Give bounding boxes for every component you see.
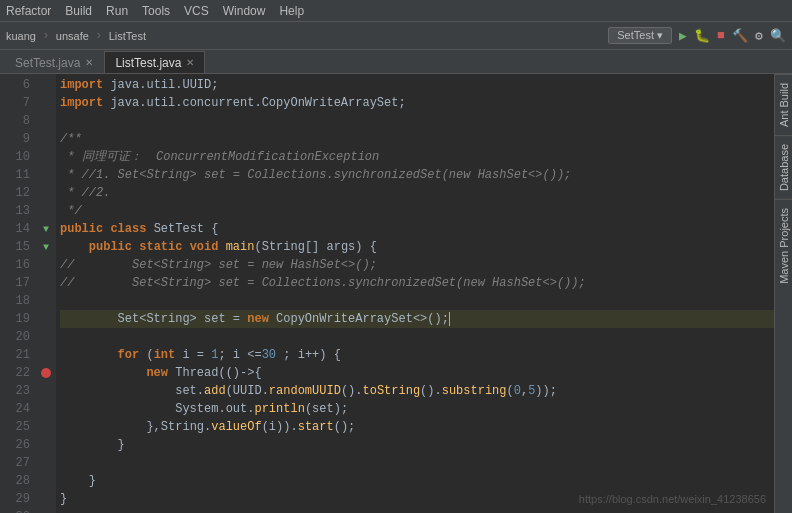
gutter-13 <box>36 202 56 220</box>
gutter-22 <box>36 364 56 382</box>
gutter-29 <box>36 490 56 508</box>
gutter: ▼ ▼ <box>36 74 56 513</box>
gutter-20 <box>36 328 56 346</box>
tab-settest-label: SetTest.java <box>15 56 80 70</box>
gutter-30 <box>36 508 56 513</box>
breadcrumb-unsafe: unsafe <box>56 30 89 42</box>
code-line-17: // Set<String> set = Collections.synchro… <box>60 274 774 292</box>
code-line-21: for (int i = 1; i <=30 ; i++) { <box>60 346 774 364</box>
gutter-10 <box>36 148 56 166</box>
right-panels: Ant Build Database Maven Projects <box>774 74 792 513</box>
breakpoint-22[interactable] <box>41 368 51 378</box>
run-config-button[interactable]: SetTest ▾ <box>608 27 672 44</box>
tab-bar: SetTest.java ✕ ListTest.java ✕ <box>0 50 792 74</box>
gutter-25 <box>36 418 56 436</box>
menu-tools[interactable]: Tools <box>142 4 170 18</box>
code-line-27 <box>60 454 774 472</box>
build-button[interactable]: 🔨 <box>732 28 748 44</box>
gutter-28 <box>36 472 56 490</box>
tab-listtest-label: ListTest.java <box>115 56 181 70</box>
search-button[interactable]: 🔍 <box>770 28 786 44</box>
settings-button[interactable]: ⚙ <box>751 28 767 44</box>
code-line-14: public class SetTest { <box>60 220 774 238</box>
code-line-9: /** <box>60 130 774 148</box>
run-button[interactable]: ▶ <box>675 28 691 44</box>
code-line-13: */ <box>60 202 774 220</box>
debug-button[interactable]: 🐛 <box>694 28 710 44</box>
code-line-20 <box>60 328 774 346</box>
gutter-23 <box>36 382 56 400</box>
gutter-9 <box>36 130 56 148</box>
gutter-14[interactable]: ▼ <box>36 220 56 238</box>
gutter-26 <box>36 436 56 454</box>
gutter-16 <box>36 256 56 274</box>
code-line-24: System.out.println(set); <box>60 400 774 418</box>
database-panel[interactable]: Database <box>775 135 792 199</box>
code-line-18 <box>60 292 774 310</box>
code-line-8 <box>60 112 774 130</box>
fold-arrow-15[interactable]: ▼ <box>43 242 49 253</box>
breadcrumb-listtest: ListTest <box>109 30 146 42</box>
code-line-26: } <box>60 436 774 454</box>
code-line-25: },String.valueOf(i)).start(); <box>60 418 774 436</box>
code-line-28: } <box>60 472 774 490</box>
run-controls: SetTest ▾ ▶ 🐛 ■ 🔨 ⚙ 🔍 <box>608 27 786 44</box>
toolbar: kuang › unsafe › ListTest SetTest ▾ ▶ 🐛 … <box>0 22 792 50</box>
line-numbers: 6 7 8 9 10 11 12 13 14 15 16 17 18 19 20… <box>0 74 36 513</box>
gutter-19 <box>36 310 56 328</box>
code-line-19: Set<String> set = new CopyOnWriteArraySe… <box>60 310 774 328</box>
main-area: 6 7 8 9 10 11 12 13 14 15 16 17 18 19 20… <box>0 74 792 513</box>
code-line-15: public static void main(String[] args) { <box>60 238 774 256</box>
gutter-7 <box>36 94 56 112</box>
gutter-24 <box>36 400 56 418</box>
gutter-27 <box>36 454 56 472</box>
gutter-12 <box>36 184 56 202</box>
code-line-30 <box>60 508 774 513</box>
tab-listtest[interactable]: ListTest.java ✕ <box>104 51 205 73</box>
gutter-11 <box>36 166 56 184</box>
gutter-15[interactable]: ▼ <box>36 238 56 256</box>
code-line-22: new Thread(()->{ <box>60 364 774 382</box>
gutter-17 <box>36 274 56 292</box>
code-line-12: * //2. <box>60 184 774 202</box>
code-line-10: * 同理可证： ConcurrentModificationException <box>60 148 774 166</box>
breadcrumb-kuang: kuang <box>6 30 36 42</box>
menu-window[interactable]: Window <box>223 4 266 18</box>
ant-build-panel[interactable]: Ant Build <box>775 74 792 135</box>
code-line-23: set.add(UUID.randomUUID().toString().sub… <box>60 382 774 400</box>
menu-vcs[interactable]: VCS <box>184 4 209 18</box>
stop-button[interactable]: ■ <box>713 28 729 44</box>
maven-projects-panel[interactable]: Maven Projects <box>775 199 792 292</box>
menu-help[interactable]: Help <box>279 4 304 18</box>
gutter-8 <box>36 112 56 130</box>
watermark: https://blog.csdn.net/weixin_41238656 <box>579 493 766 505</box>
code-line-16: // Set<String> set = new HashSet<>(); <box>60 256 774 274</box>
code-area[interactable]: import java.util.UUID; import java.util.… <box>56 74 774 513</box>
code-line-7: import java.util.concurrent.CopyOnWriteA… <box>60 94 774 112</box>
menu-run[interactable]: Run <box>106 4 128 18</box>
gutter-21 <box>36 346 56 364</box>
code-line-11: * //1. Set<String> set = Collections.syn… <box>60 166 774 184</box>
menu-bar: Refactor Build Run Tools VCS Window Help <box>0 0 792 22</box>
menu-refactor[interactable]: Refactor <box>6 4 51 18</box>
fold-arrow-14[interactable]: ▼ <box>43 224 49 235</box>
tab-listtest-close[interactable]: ✕ <box>186 57 194 68</box>
tab-settest-close[interactable]: ✕ <box>85 57 93 68</box>
tab-settest[interactable]: SetTest.java ✕ <box>4 51 104 73</box>
gutter-6 <box>36 76 56 94</box>
menu-build[interactable]: Build <box>65 4 92 18</box>
gutter-18 <box>36 292 56 310</box>
code-line-6: import java.util.UUID; <box>60 76 774 94</box>
